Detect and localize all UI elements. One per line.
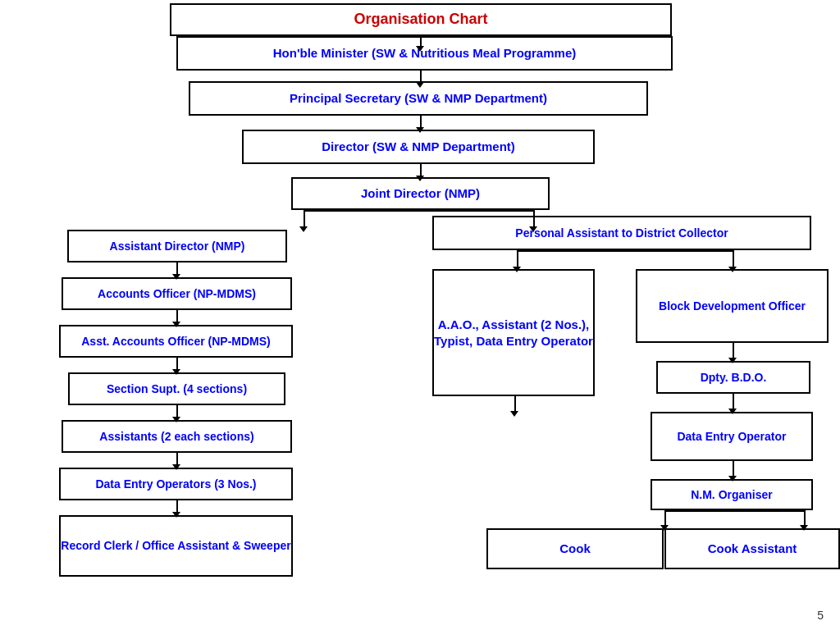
asst-director-box: Assistant Director (NMP) (67, 230, 287, 262)
nm-organiser-box: N.M. Organiser (651, 479, 813, 510)
cook-box: Cook (486, 528, 664, 569)
joint-director-box: Joint Director (NMP) (291, 177, 550, 210)
dpty-bdo-box: Dpty. B.D.O. (656, 361, 810, 394)
asst-accounts-box: Asst. Accounts Officer (NP-MDMS) (59, 325, 293, 358)
principal-secretary-box: Principal Secretary (SW & NMP Department… (189, 81, 648, 116)
record-clerk-box: Record Clerk / Office Assistant & Sweepe… (59, 515, 293, 577)
director-box: Director (SW & NMP Department) (242, 130, 595, 164)
cook-assistant-box: Cook Assistant (664, 528, 840, 569)
data-entry-operators-box: Data Entry Operators (3 Nos.) (59, 468, 293, 500)
accounts-officer-box: Accounts Officer (NP-MDMS) (62, 277, 292, 310)
page-number: 5 (817, 609, 824, 622)
personal-asst-box: Personal Assistant to District Collector (432, 216, 811, 250)
block-dev-box: Block Development Officer (636, 269, 829, 343)
org-chart: Organisation Chart Hon'ble Minister (SW … (0, 0, 840, 630)
minister-box: Hon'ble Minister (SW & Nutritious Meal P… (176, 36, 673, 71)
org-chart-title: Organisation Chart (170, 3, 672, 36)
assistants-box: Assistants (2 each sections) (62, 420, 292, 453)
section-supt-box: Section Supt. (4 sections) (68, 372, 285, 405)
aao-box: A.A.O., Assistant (2 Nos.), Typist, Data… (432, 269, 595, 396)
data-entry-op-box: Data Entry Operator (651, 412, 813, 461)
